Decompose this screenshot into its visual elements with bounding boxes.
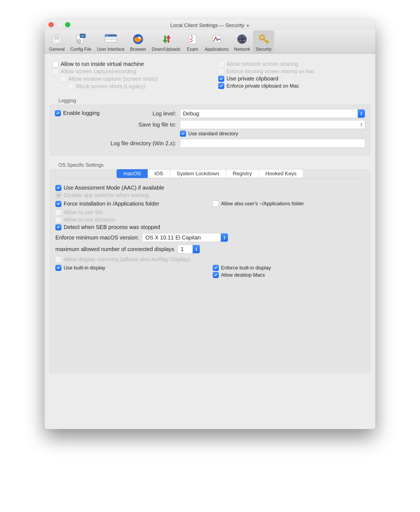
checkbox-label: Use private clipboard <box>227 76 278 82</box>
updown-icon: ▲▼ <box>193 245 200 253</box>
title-left: Local Client Settings <box>170 22 218 28</box>
use-std-dir-checkbox[interactable]: Use standard directory <box>180 131 238 137</box>
use-builtin-checkbox[interactable]: Use built-in display <box>55 265 207 271</box>
checkbox-label: Detect when SEB process was stopped <box>64 224 160 230</box>
tab-lockdown[interactable]: System Lockdown <box>170 169 226 178</box>
toolbar-label: General <box>49 47 65 52</box>
checkbox-label: Use built-in display <box>64 265 105 271</box>
allow-mirror-checkbox: Allow display mirroring (affects also Ai… <box>55 256 365 263</box>
exam-icon: A- <box>186 33 199 46</box>
toolbar-label: Network <box>234 47 250 52</box>
toolbar-down-uploads[interactable]: Down/Uploads <box>149 30 183 53</box>
toolbar-config-file[interactable]: File Config File <box>68 30 94 53</box>
logging-group: Enable logging Log level: Debug ▲▼ Save … <box>50 105 370 155</box>
svg-text:File: File <box>81 35 84 37</box>
toolbar-browser[interactable]: Browser <box>127 30 149 53</box>
checkbox-box <box>52 69 58 75</box>
checkbox-label: Enforce blocking screen sharing on Mac <box>227 69 315 74</box>
allow-siri-checkbox: Allow to use Siri <box>55 209 365 215</box>
toolbar-general[interactable]: General <box>46 30 68 53</box>
checkbox-box <box>218 83 224 89</box>
updown-icon: ▲▼ <box>358 109 365 118</box>
checkbox-label: Block screen shots (Legacy) <box>76 83 145 90</box>
checkbox-label: Disable app switcher when starting <box>64 192 149 198</box>
checkbox-box <box>55 192 61 198</box>
toolbar-applications[interactable]: Applications <box>202 30 231 53</box>
checkbox-label: Allow screen capture/recording <box>61 68 136 75</box>
updown-icon: ▲▼ <box>358 120 365 129</box>
log-level-popup[interactable]: Debug ▲▼ <box>180 109 365 118</box>
tab-macos[interactable]: macOS <box>117 169 148 178</box>
checkbox-label: Enforce built-in display <box>221 265 271 271</box>
apps-icon <box>210 33 223 46</box>
tab-label: System Lockdown <box>177 171 219 176</box>
tab-ios[interactable]: iOS <box>148 169 170 178</box>
transfer-icon <box>160 33 173 46</box>
os-group-label: OS Specific Settings <box>58 162 373 168</box>
toolbar-network[interactable]: Network <box>231 30 253 53</box>
checkbox-box <box>55 185 61 191</box>
toolbar-label: Security <box>256 47 272 52</box>
window-title[interactable]: Local Client Settings — Security ▼ <box>170 22 250 28</box>
checkbox-label: Force installation in /Applications fold… <box>64 201 159 207</box>
switch-icon <box>50 33 63 46</box>
checkbox-label: Allow also user's ~/Applications folder <box>221 201 304 207</box>
save-log-to-label: Save log file to: <box>55 122 176 128</box>
titlebar: Local Client Settings — Security ▼ <box>45 19 375 30</box>
allow-network-share-checkbox: Allow network screen sharing <box>218 61 368 67</box>
svg-point-13 <box>138 37 141 39</box>
allow-vm-checkbox[interactable]: Allow to run inside virtual machine <box>52 61 202 67</box>
close-icon[interactable] <box>49 22 54 27</box>
save-log-to-popup[interactable]: ▲▼ <box>180 120 365 129</box>
min-macos-label: Enforce minimum macOS version: <box>55 235 139 241</box>
enforce-builtin-checkbox[interactable]: Enforce built-in display <box>213 265 365 271</box>
checkbox-label: Use Assessment Mode (AAC) if available <box>64 185 164 191</box>
key-icon <box>257 33 270 46</box>
allow-dictation-checkbox: Allow to use dictation <box>55 217 365 223</box>
content-area: Allow to run inside virtual machine Allo… <box>45 54 375 429</box>
svg-rect-10 <box>106 37 116 39</box>
svg-rect-1 <box>55 36 59 39</box>
use-aac-checkbox[interactable]: Use Assessment Mode (AAC) if available <box>55 185 365 191</box>
allow-user-apps-checkbox[interactable]: Allow also user's ~/Applications folder <box>213 201 365 207</box>
svg-point-18 <box>238 36 246 43</box>
checkbox-box <box>55 265 61 271</box>
min-macos-popup[interactable]: OS X 10.11 El Capitan ▲▼ <box>142 233 228 242</box>
tab-hooked[interactable]: Hooked Keys <box>259 169 303 178</box>
max-displays-value: 1 <box>181 246 184 252</box>
detect-stopped-checkbox[interactable]: Detect when SEB process was stopped <box>55 224 365 230</box>
ui-icon: File <box>104 33 117 46</box>
preferences-window: Local Client Settings — Security ▼ Gener… <box>45 19 375 429</box>
allow-desktop-checkbox[interactable]: Allow desktop Macs <box>213 272 365 278</box>
logging-group-label: Logging <box>58 98 373 104</box>
minimize-icon[interactable] <box>57 22 62 27</box>
disable-switcher-checkbox: Disable app switcher when starting <box>55 192 365 198</box>
svg-rect-11 <box>106 39 116 40</box>
os-tabs: macOS iOS System Lockdown Registry Hooke… <box>55 169 365 178</box>
toolbar-label: Down/Uploads <box>152 47 181 52</box>
tab-label: Registry <box>233 171 252 176</box>
tab-label: Hooked Keys <box>265 171 297 176</box>
toolbar-label: Config File <box>70 47 91 52</box>
tab-registry[interactable]: Registry <box>226 169 259 178</box>
max-displays-popup[interactable]: 1 ▲▼ <box>177 245 200 254</box>
checkbox-label: Allow to use Siri <box>64 209 103 215</box>
force-install-checkbox[interactable]: Force installation in /Applications fold… <box>55 201 207 207</box>
zoom-icon[interactable] <box>65 22 70 27</box>
checkbox-label: Allow network screen sharing <box>227 61 298 67</box>
logdir-win-field[interactable] <box>180 139 365 148</box>
toolbar-user-interface[interactable]: File User Interface <box>94 30 127 53</box>
logdir-win-label: Log file directory (Win 2.x): <box>55 140 176 147</box>
allow-screen-capture-checkbox: Allow screen capture/recording <box>52 68 202 75</box>
checkbox-label: Allow to run inside virtual machine <box>61 61 144 67</box>
tab-label: macOS <box>123 171 141 176</box>
svg-text:A-: A- <box>191 35 193 38</box>
checkbox-box <box>213 201 219 207</box>
enforce-private-clipboard-checkbox[interactable]: Enforce private clipboard on Mac <box>218 83 368 89</box>
allow-window-capture-checkbox: Allow window capture (screen shots) <box>60 76 202 82</box>
checkbox-box <box>213 272 219 278</box>
toolbar-security[interactable]: Security <box>253 30 274 53</box>
tab-label: iOS <box>154 171 163 176</box>
use-private-clipboard-checkbox[interactable]: Use private clipboard <box>218 76 368 82</box>
toolbar-exam[interactable]: A- Exam <box>183 30 202 53</box>
